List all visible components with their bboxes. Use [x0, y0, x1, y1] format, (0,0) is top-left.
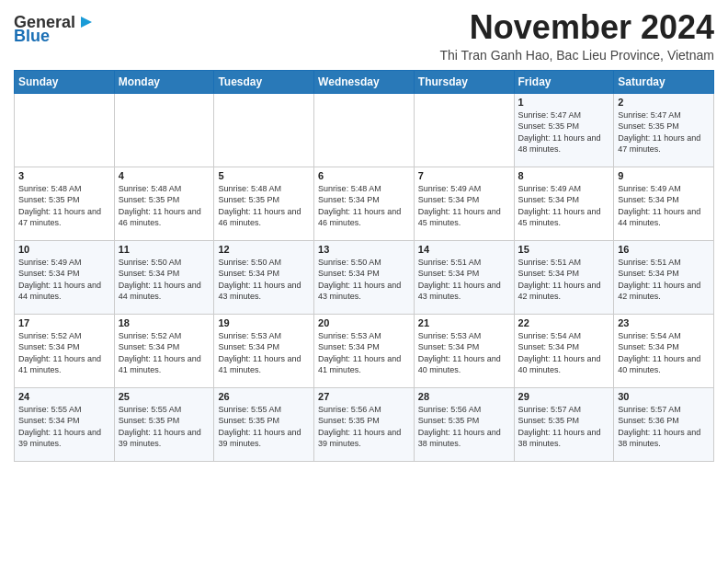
calendar-cell: 19Sunrise: 5:53 AM Sunset: 5:34 PM Dayli…: [214, 314, 314, 387]
day-number: 8: [518, 170, 610, 181]
calendar-cell: 23Sunrise: 5:54 AM Sunset: 5:34 PM Dayli…: [614, 314, 714, 387]
day-info: Sunrise: 5:57 AM Sunset: 5:36 PM Dayligh…: [618, 404, 710, 450]
logo: General Blue: [14, 9, 94, 44]
title-block: November 2024 Thi Tran Ganh Hao, Bac Lie…: [439, 9, 714, 63]
day-info: Sunrise: 5:53 AM Sunset: 5:34 PM Dayligh…: [218, 330, 310, 376]
calendar-cell: 3Sunrise: 5:48 AM Sunset: 5:35 PM Daylig…: [15, 167, 115, 240]
calendar-cell: 2Sunrise: 5:47 AM Sunset: 5:35 PM Daylig…: [614, 93, 714, 167]
day-info: Sunrise: 5:48 AM Sunset: 5:35 PM Dayligh…: [18, 183, 110, 229]
day-number: 26: [218, 391, 310, 402]
calendar-cell: 20Sunrise: 5:53 AM Sunset: 5:34 PM Dayli…: [314, 314, 415, 387]
day-info: Sunrise: 5:48 AM Sunset: 5:35 PM Dayligh…: [119, 183, 210, 229]
weekday-header-sunday: Sunday: [15, 70, 115, 93]
calendar-cell: 15Sunrise: 5:51 AM Sunset: 5:34 PM Dayli…: [514, 240, 614, 314]
svg-marker-0: [81, 17, 92, 28]
day-number: 17: [18, 317, 110, 328]
calendar-week-1: 1Sunrise: 5:47 AM Sunset: 5:35 PM Daylig…: [15, 93, 714, 167]
calendar-cell: [15, 93, 115, 167]
day-info: Sunrise: 5:52 AM Sunset: 5:34 PM Dayligh…: [119, 330, 210, 376]
calendar-cell: 25Sunrise: 5:55 AM Sunset: 5:35 PM Dayli…: [114, 387, 214, 461]
calendar-cell: [114, 93, 214, 167]
day-info: Sunrise: 5:56 AM Sunset: 5:35 PM Dayligh…: [418, 404, 510, 450]
weekday-header-tuesday: Tuesday: [214, 70, 314, 93]
day-info: Sunrise: 5:53 AM Sunset: 5:34 PM Dayligh…: [318, 330, 410, 376]
calendar-cell: 12Sunrise: 5:50 AM Sunset: 5:34 PM Dayli…: [214, 240, 314, 314]
day-info: Sunrise: 5:50 AM Sunset: 5:34 PM Dayligh…: [218, 257, 310, 303]
location-subtitle: Thi Tran Ganh Hao, Bac Lieu Province, Vi…: [439, 48, 714, 63]
day-number: 5: [218, 170, 310, 181]
day-number: 25: [119, 391, 210, 402]
weekday-header-friday: Friday: [514, 70, 614, 93]
logo-blue: Blue: [14, 28, 50, 44]
weekday-header-monday: Monday: [114, 70, 214, 93]
day-number: 30: [618, 391, 710, 402]
day-number: 16: [618, 244, 710, 255]
day-info: Sunrise: 5:49 AM Sunset: 5:34 PM Dayligh…: [18, 257, 110, 303]
day-info: Sunrise: 5:55 AM Sunset: 5:35 PM Dayligh…: [119, 404, 210, 450]
day-number: 21: [418, 317, 510, 328]
day-number: 1: [518, 97, 610, 108]
day-number: 15: [518, 244, 610, 255]
day-info: Sunrise: 5:49 AM Sunset: 5:34 PM Dayligh…: [418, 183, 510, 229]
calendar-cell: 11Sunrise: 5:50 AM Sunset: 5:34 PM Dayli…: [114, 240, 214, 314]
calendar-cell: 8Sunrise: 5:49 AM Sunset: 5:34 PM Daylig…: [514, 167, 614, 240]
day-number: 22: [518, 317, 610, 328]
day-number: 28: [418, 391, 510, 402]
day-info: Sunrise: 5:49 AM Sunset: 5:34 PM Dayligh…: [518, 183, 610, 229]
calendar-cell: 17Sunrise: 5:52 AM Sunset: 5:34 PM Dayli…: [15, 314, 115, 387]
calendar-cell: 14Sunrise: 5:51 AM Sunset: 5:34 PM Dayli…: [414, 240, 514, 314]
day-info: Sunrise: 5:49 AM Sunset: 5:34 PM Dayligh…: [618, 183, 710, 229]
day-number: 14: [418, 244, 510, 255]
month-title: November 2024: [439, 9, 714, 46]
day-info: Sunrise: 5:50 AM Sunset: 5:34 PM Dayligh…: [318, 257, 410, 303]
day-number: 4: [119, 170, 210, 181]
calendar-cell: 29Sunrise: 5:57 AM Sunset: 5:35 PM Dayli…: [514, 387, 614, 461]
day-info: Sunrise: 5:55 AM Sunset: 5:35 PM Dayligh…: [218, 404, 310, 450]
calendar-week-3: 10Sunrise: 5:49 AM Sunset: 5:34 PM Dayli…: [15, 240, 714, 314]
calendar-cell: [414, 93, 514, 167]
day-number: 3: [18, 170, 110, 181]
calendar-cell: 26Sunrise: 5:55 AM Sunset: 5:35 PM Dayli…: [214, 387, 314, 461]
day-number: 11: [119, 244, 210, 255]
calendar-week-4: 17Sunrise: 5:52 AM Sunset: 5:34 PM Dayli…: [15, 314, 714, 387]
day-number: 2: [618, 97, 710, 108]
calendar-week-2: 3Sunrise: 5:48 AM Sunset: 5:35 PM Daylig…: [15, 167, 714, 240]
day-info: Sunrise: 5:47 AM Sunset: 5:35 PM Dayligh…: [518, 109, 610, 155]
day-number: 7: [418, 170, 510, 181]
day-info: Sunrise: 5:51 AM Sunset: 5:34 PM Dayligh…: [418, 257, 510, 303]
day-info: Sunrise: 5:50 AM Sunset: 5:34 PM Dayligh…: [119, 257, 210, 303]
day-number: 29: [518, 391, 610, 402]
day-number: 10: [18, 244, 110, 255]
calendar-cell: 10Sunrise: 5:49 AM Sunset: 5:34 PM Dayli…: [15, 240, 115, 314]
weekday-header-wednesday: Wednesday: [314, 70, 415, 93]
calendar-cell: 21Sunrise: 5:53 AM Sunset: 5:34 PM Dayli…: [414, 314, 514, 387]
day-info: Sunrise: 5:57 AM Sunset: 5:35 PM Dayligh…: [518, 404, 610, 450]
calendar-week-5: 24Sunrise: 5:55 AM Sunset: 5:34 PM Dayli…: [15, 387, 714, 461]
calendar-cell: 7Sunrise: 5:49 AM Sunset: 5:34 PM Daylig…: [414, 167, 514, 240]
day-number: 20: [318, 317, 410, 328]
weekday-header-thursday: Thursday: [414, 70, 514, 93]
calendar-cell: 28Sunrise: 5:56 AM Sunset: 5:35 PM Dayli…: [414, 387, 514, 461]
day-number: 23: [618, 317, 710, 328]
weekday-header-saturday: Saturday: [614, 70, 714, 93]
calendar-cell: 5Sunrise: 5:48 AM Sunset: 5:35 PM Daylig…: [214, 167, 314, 240]
day-number: 12: [218, 244, 310, 255]
calendar-cell: 30Sunrise: 5:57 AM Sunset: 5:36 PM Dayli…: [614, 387, 714, 461]
day-info: Sunrise: 5:52 AM Sunset: 5:34 PM Dayligh…: [18, 330, 110, 376]
calendar-cell: [314, 93, 415, 167]
day-number: 13: [318, 244, 410, 255]
day-number: 27: [318, 391, 410, 402]
day-info: Sunrise: 5:54 AM Sunset: 5:34 PM Dayligh…: [518, 330, 610, 376]
calendar-cell: 13Sunrise: 5:50 AM Sunset: 5:34 PM Dayli…: [314, 240, 415, 314]
day-info: Sunrise: 5:51 AM Sunset: 5:34 PM Dayligh…: [518, 257, 610, 303]
day-number: 6: [318, 170, 410, 181]
day-info: Sunrise: 5:55 AM Sunset: 5:34 PM Dayligh…: [18, 404, 110, 450]
calendar-header: SundayMondayTuesdayWednesdayThursdayFrid…: [15, 70, 714, 93]
day-number: 9: [618, 170, 710, 181]
calendar-cell: 9Sunrise: 5:49 AM Sunset: 5:34 PM Daylig…: [614, 167, 714, 240]
calendar-cell: 6Sunrise: 5:48 AM Sunset: 5:34 PM Daylig…: [314, 167, 415, 240]
calendar-cell: 18Sunrise: 5:52 AM Sunset: 5:34 PM Dayli…: [114, 314, 214, 387]
day-info: Sunrise: 5:48 AM Sunset: 5:35 PM Dayligh…: [218, 183, 310, 229]
day-number: 18: [119, 317, 210, 328]
calendar-cell: 27Sunrise: 5:56 AM Sunset: 5:35 PM Dayli…: [314, 387, 415, 461]
